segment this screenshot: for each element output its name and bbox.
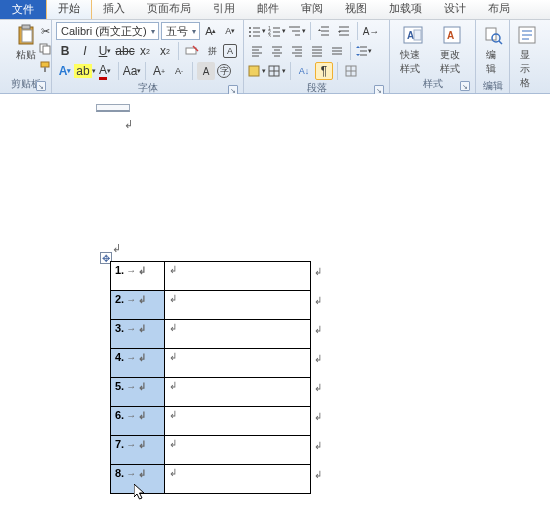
align-right-button[interactable] <box>288 42 306 60</box>
group-label-styles: 样式↘ <box>394 76 471 93</box>
ltr-button[interactable]: A→ <box>362 22 380 40</box>
newgroup-button[interactable]: 显示格 <box>514 22 540 92</box>
tab-addins[interactable]: 加载项 <box>378 0 433 19</box>
table-cell-number[interactable]: 6. → ↲ <box>111 407 165 436</box>
font-color-button[interactable]: A▾ <box>96 62 114 80</box>
align-justify-button[interactable] <box>308 42 326 60</box>
tab-insert[interactable]: 插入 <box>92 0 136 19</box>
align-distributed-button[interactable] <box>328 42 346 60</box>
clear-format-icon[interactable] <box>183 42 201 60</box>
underline-button[interactable]: U▾ <box>96 42 114 60</box>
show-marks-button[interactable]: ¶ <box>315 62 333 80</box>
highlight-button[interactable]: ab▾ <box>76 62 94 80</box>
enclose-char-button[interactable]: 字 <box>217 64 231 78</box>
quick-styles-button[interactable]: A 快速样式 <box>394 22 432 78</box>
editing-button[interactable]: 编辑 <box>480 22 505 78</box>
svg-rect-7 <box>186 48 196 54</box>
italic-button[interactable]: I <box>76 42 94 60</box>
change-styles-icon: A <box>441 24 463 46</box>
change-case-button[interactable]: Aa▾ <box>123 62 141 80</box>
table-row[interactable]: 6. → ↲↲↲ <box>111 407 311 436</box>
snap-to-grid-button[interactable] <box>342 62 360 80</box>
group-paragraph: ▾ 123▾ ▾ A→ ▾ ▾ ▾ A↓ ¶ 段落↘ <box>244 20 390 93</box>
table-row[interactable]: 7. → ↲↲↲ <box>111 436 311 465</box>
table-row[interactable]: 3. → ↲↲↲ <box>111 320 311 349</box>
tab-pagelayout[interactable]: 页面布局 <box>136 0 202 19</box>
paste-label: 粘贴 <box>16 48 36 62</box>
align-left-button[interactable] <box>248 42 266 60</box>
subscript-button[interactable]: x2 <box>136 42 154 60</box>
cut-icon[interactable]: ✂ <box>36 22 54 40</box>
table-cell-number[interactable]: 8. → ↲ <box>111 465 165 494</box>
styles-expander[interactable]: ↘ <box>460 81 470 91</box>
multilevel-list-button[interactable]: ▾ <box>288 22 306 40</box>
table-row[interactable]: 1. → ↲↲↲ <box>111 262 311 291</box>
clipboard-expander[interactable]: ↘ <box>36 81 46 91</box>
svg-point-11 <box>249 31 251 33</box>
table-cell-content[interactable]: ↲↲ <box>165 349 311 378</box>
ribbon-tabs: 文件 开始 插入 页面布局 引用 邮件 审阅 视图 加载项 设计 布局 <box>0 0 550 20</box>
tab-home[interactable]: 开始 <box>46 0 92 19</box>
grow-font-icon[interactable]: A▴ <box>202 22 219 40</box>
tab-layout[interactable]: 布局 <box>477 0 521 19</box>
ribbon: 粘贴 ✂ 剪贴板↘ Calibri (西文正文)▾ 五号▾ A▴ A▾ B I … <box>0 20 550 94</box>
table-row[interactable]: 4. → ↲↲↲ <box>111 349 311 378</box>
text-effects-button[interactable]: A▾ <box>56 62 74 80</box>
bold-button[interactable]: B <box>56 42 74 60</box>
grow-font2-icon[interactable]: A+ <box>150 62 168 80</box>
svg-text:3: 3 <box>268 33 271 37</box>
font-size-combo[interactable]: 五号▾ <box>161 22 200 40</box>
tab-file[interactable]: 文件 <box>0 0 46 19</box>
table-cell-number[interactable]: 5. → ↲ <box>111 378 165 407</box>
table-row[interactable]: 5. → ↲↲↲ <box>111 378 311 407</box>
shrink-font2-icon[interactable]: A- <box>170 62 188 80</box>
table-row[interactable]: 2. → ↲↲↲ <box>111 291 311 320</box>
tab-references[interactable]: 引用 <box>202 0 246 19</box>
table-cell-number[interactable]: 2. → ↲ <box>111 291 165 320</box>
increase-indent-button[interactable] <box>335 22 353 40</box>
document-area[interactable]: ↲ ↲ ✥ 1. → ↲↲↲2. → ↲↲↲3. → ↲↲↲4. → ↲↲↲5.… <box>0 94 550 512</box>
document-page[interactable]: ↲ ↲ ✥ 1. → ↲↲↲2. → ↲↲↲3. → ↲↲↲4. → ↲↲↲5.… <box>0 94 550 512</box>
table-cell-number[interactable]: 1. → ↲ <box>111 262 165 291</box>
shading-button[interactable]: ▾ <box>248 62 266 80</box>
document-table[interactable]: 1. → ↲↲↲2. → ↲↲↲3. → ↲↲↲4. → ↲↲↲5. → ↲↲↲… <box>110 261 311 494</box>
char-border-button[interactable]: A <box>223 44 237 58</box>
line-spacing-button[interactable]: ▾ <box>355 42 373 60</box>
paragraph-mark-icon: ↲ <box>124 118 133 131</box>
table-row[interactable]: 8. → ↲↲↲ <box>111 465 311 494</box>
table-cell-content[interactable]: ↲↲ <box>165 465 311 494</box>
bullets-button[interactable]: ▾ <box>248 22 266 40</box>
format-painter-icon[interactable] <box>36 58 54 76</box>
tab-design[interactable]: 设计 <box>433 0 477 19</box>
font-name-combo[interactable]: Calibri (西文正文)▾ <box>56 22 159 40</box>
table-cell-number[interactable]: 7. → ↲ <box>111 436 165 465</box>
table-cell-content[interactable]: ↲↲ <box>165 262 311 291</box>
strikethrough-button[interactable]: abc <box>116 42 134 60</box>
change-styles-button[interactable]: A 更改样式 <box>434 22 472 78</box>
table-cell-content[interactable]: ↲↲ <box>165 291 311 320</box>
decrease-indent-button[interactable] <box>315 22 333 40</box>
svg-rect-6 <box>44 67 46 72</box>
table-cell-content[interactable]: ↲↲ <box>165 407 311 436</box>
quick-styles-icon: A <box>402 24 424 46</box>
group-label-clipboard: 剪贴板↘ <box>4 76 47 93</box>
tab-mailings[interactable]: 邮件 <box>246 0 290 19</box>
shrink-font-icon[interactable]: A▾ <box>222 22 239 40</box>
numbering-button[interactable]: 123▾ <box>268 22 286 40</box>
group-clipboard: 粘贴 ✂ 剪贴板↘ <box>0 20 52 93</box>
borders-button[interactable]: ▾ <box>268 62 286 80</box>
tab-review[interactable]: 审阅 <box>290 0 334 19</box>
show-format-icon <box>516 24 538 46</box>
table-cell-number[interactable]: 4. → ↲ <box>111 349 165 378</box>
tab-view[interactable]: 视图 <box>334 0 378 19</box>
sort-button[interactable]: A↓ <box>295 62 313 80</box>
copy-icon[interactable] <box>36 40 54 58</box>
superscript-button[interactable]: x2 <box>156 42 174 60</box>
table-cell-content[interactable]: ↲↲ <box>165 436 311 465</box>
phonetic-button[interactable]: 拼 <box>203 42 221 60</box>
char-shading-button[interactable]: A <box>197 62 215 80</box>
table-cell-content[interactable]: ↲↲ <box>165 378 311 407</box>
table-cell-content[interactable]: ↲↲ <box>165 320 311 349</box>
align-center-button[interactable] <box>268 42 286 60</box>
table-cell-number[interactable]: 3. → ↲ <box>111 320 165 349</box>
